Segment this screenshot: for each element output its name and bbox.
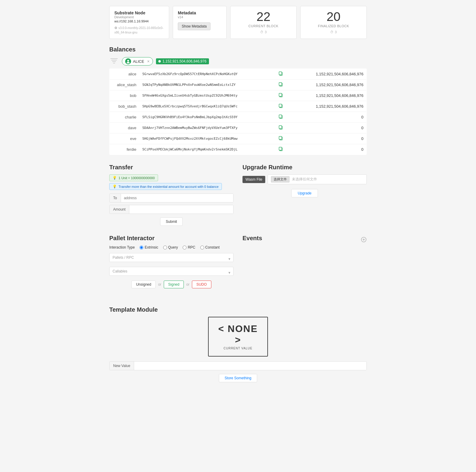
copy-cell[interactable] (275, 80, 286, 90)
file-input-area: 选择文件 未选择任何文件 (268, 174, 367, 184)
svg-rect-7 (279, 72, 282, 75)
radio-query[interactable]: Query (163, 245, 178, 249)
copy-cell[interactable] (275, 101, 286, 112)
balance-address: 5FLSigC9HGRKVhB9FiEo4Y3koPsNmBmLJbpXg2mp… (140, 112, 276, 123)
finalized-block-peers: ⏱ 3 (305, 30, 362, 34)
balances-section: Balances ALICE × 1,152,921,504,606,8 (109, 46, 367, 155)
clear-events-button[interactable] (361, 237, 367, 244)
upgrade-button[interactable]: Upgrade (291, 189, 318, 197)
pallets-select-wrapper: Pallets / RPC (109, 253, 234, 264)
current-block-card: 22 CURRENT BLOCK ⏱ 3 (230, 6, 297, 39)
file-choose-button[interactable]: 选择文件 (271, 176, 289, 182)
pallet-interactor-section: Pallet Interactor Interaction Type Extri… (109, 235, 234, 288)
finalized-peers-icon: ⏱ (330, 30, 333, 34)
table-row: bob 5FHneW46xGXgs5mLIiveU4sbTyGBzmstUspZ… (110, 90, 367, 101)
or-text-1: or (158, 282, 161, 287)
to-field-row: To (109, 194, 234, 202)
metadata-version: v14 (178, 15, 222, 19)
store-something-button[interactable]: Store Something (219, 374, 257, 382)
node-card: Substrate Node Development ws://192.168.… (109, 6, 169, 39)
node-title: Substrate Node (114, 10, 164, 15)
to-input[interactable] (121, 194, 233, 202)
copy-address-button[interactable] (278, 147, 283, 152)
to-label: To (110, 194, 121, 202)
copy-address-button[interactable] (278, 103, 283, 109)
signed-button[interactable]: Signed (164, 281, 184, 288)
radio-constant[interactable]: Constant (200, 245, 220, 249)
sudo-button[interactable]: SUDO (192, 281, 211, 288)
balance-name: bob (110, 90, 140, 101)
upgrade-runtime-section: Upgrade Runtime Wasm File 选择文件 未选择任何文件 U… (242, 164, 367, 197)
new-value-row: New Value (109, 361, 367, 370)
copy-cell[interactable] (275, 90, 286, 101)
balances-title: Balances (109, 46, 367, 53)
node-env: Development (114, 15, 164, 19)
balance-address: 5FHneW46xGXgs5mLIiveU4sbTyGBzmstUspZC92U… (140, 90, 276, 101)
alice-chip-close[interactable]: × (147, 59, 150, 64)
pallets-select[interactable]: Pallets / RPC (109, 253, 234, 262)
balances-toolbar: ALICE × 1,152,921,504,606,846,976 (109, 57, 367, 66)
amount-input[interactable] (129, 205, 233, 214)
svg-rect-3 (113, 63, 115, 63)
amount-field-row: Amount (109, 205, 234, 214)
copy-address-button[interactable] (278, 136, 283, 141)
file-no-selected: 未选择任何文件 (292, 177, 317, 182)
current-value-label: CURRENT VALUE (215, 347, 261, 350)
svg-rect-15 (279, 115, 282, 118)
copy-cell[interactable] (275, 144, 286, 155)
table-row: dave 5DAAnrj7VHTznn2AWBemMuyBwZWs6FNFjdy… (110, 123, 367, 133)
events-header: Events (242, 235, 367, 245)
svg-point-5 (127, 62, 130, 63)
alice-chip[interactable]: ALICE × (122, 57, 153, 66)
alice-balance-value: 1,152,921,504,606,846,976 (163, 59, 207, 63)
svg-rect-19 (279, 136, 282, 139)
or-text-2: or (186, 282, 190, 287)
svg-rect-21 (279, 147, 282, 150)
current-value-box: < NONE > CURRENT VALUE (208, 317, 268, 357)
balance-name: ferdie (110, 144, 140, 155)
submit-button[interactable]: Submit (160, 217, 183, 226)
balance-amount: 0 (294, 133, 367, 144)
radio-rpc[interactable]: RPC (183, 245, 195, 249)
alice-balance-dot (158, 60, 161, 63)
filter-icon[interactable] (109, 57, 119, 66)
finalized-block-number: 20 (305, 10, 362, 23)
svg-point-4 (127, 60, 129, 62)
radio-extrinsic[interactable]: Extrinsic (140, 245, 158, 249)
balance-address: 5GNJqTPyNqANBkUVMN1LPPnXnFouWXoe2wNSmmEo… (140, 80, 276, 90)
copy-address-button[interactable] (278, 114, 283, 120)
table-row: alice 5GrwvaEF5zXb26Fz9rcQpDWS57CtERHpNe… (110, 69, 367, 80)
interaction-type-label: Interaction Type (109, 245, 135, 249)
wasm-row: Wasm File 选择文件 未选择任何文件 (242, 174, 367, 184)
current-block-label: CURRENT BLOCK (235, 24, 292, 28)
callables-select[interactable]: Callables (109, 267, 234, 276)
copy-cell[interactable] (275, 69, 286, 80)
alice-balance-chip: 1,152,921,504,606,846,976 (156, 58, 209, 64)
copy-address-button[interactable] (278, 82, 283, 88)
copy-address-button[interactable] (278, 125, 283, 131)
unsigned-button[interactable]: Unsigned (131, 281, 156, 288)
balance-amount: 1,152,921,504,606,846,976 (294, 80, 367, 90)
balance-amount: 1,152,921,504,606,846,976 (294, 101, 367, 112)
balance-amount: 1,152,921,504,606,846,976 (294, 90, 367, 101)
copy-cell[interactable] (275, 112, 286, 123)
balance-name: alice (110, 69, 140, 80)
svg-rect-0 (110, 58, 118, 59)
copy-address-button[interactable] (278, 93, 283, 98)
copy-cell[interactable] (275, 123, 286, 133)
template-module-title: Template Module (109, 306, 367, 313)
copy-address-button[interactable] (278, 71, 283, 77)
copy-cell[interactable] (275, 133, 286, 144)
show-metadata-button[interactable]: Show Metadata (178, 22, 210, 30)
finalized-block-label: FINALIZED BLOCK (305, 24, 362, 28)
sign-row: Unsigned or Signed or SUDO (109, 281, 234, 288)
peers-icon: ⏱ (260, 30, 263, 34)
info-icon2: 💡 (113, 185, 117, 188)
metadata-title: Metadata (178, 10, 222, 15)
balance-name: dave (110, 123, 140, 133)
balances-table: alice 5GrwvaEF5zXb26Fz9rcQpDWS57CtERHpNe… (109, 68, 367, 155)
balance-amount: 0 (294, 144, 367, 155)
events-title: Events (242, 235, 262, 242)
table-row: ferdie 5CiPPseXPECbkjWCa6MnjNokrgYjMqmKn… (110, 144, 367, 155)
new-value-input[interactable] (134, 362, 366, 370)
